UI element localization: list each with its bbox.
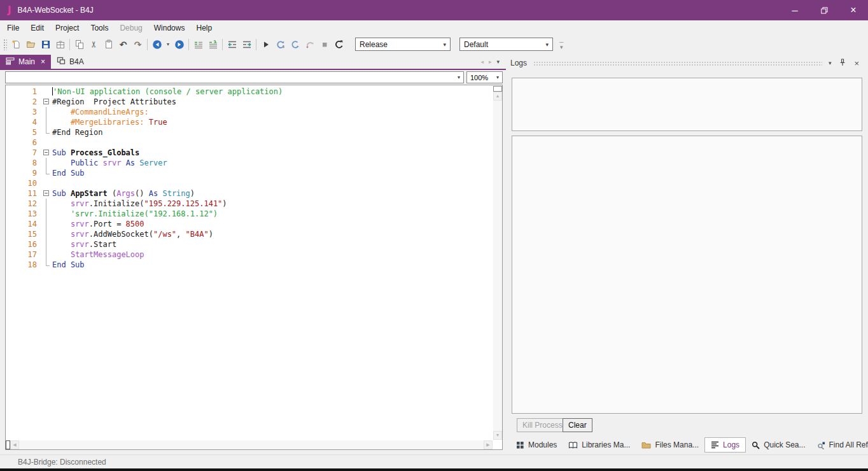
export-icon[interactable]: [53, 37, 67, 52]
kill-process-button[interactable]: Kill Process: [517, 418, 568, 432]
line-number[interactable]: 12: [6, 199, 43, 209]
paste-icon[interactable]: [101, 37, 116, 52]
open-project-icon[interactable]: [24, 37, 38, 52]
code-area[interactable]: 1'Non-UI application (console / server a…: [6, 87, 493, 440]
tool-tab-modules[interactable]: Modules: [510, 438, 563, 452]
vertical-scrollbar[interactable]: ▲ ▼: [493, 86, 502, 440]
tool-tab-logs[interactable]: Logs: [704, 437, 746, 453]
tool-tab-files-mana[interactable]: Files Mana...: [636, 438, 704, 452]
navigate-back-icon[interactable]: [150, 37, 164, 52]
indent-icon[interactable]: [239, 37, 254, 52]
toolbar-grip[interactable]: [3, 39, 7, 50]
outdent-icon[interactable]: [225, 37, 239, 52]
line-number[interactable]: 4: [6, 117, 43, 127]
save-icon[interactable]: [38, 37, 53, 52]
restart-icon[interactable]: [332, 37, 346, 52]
undo-icon[interactable]: ↶: [116, 37, 130, 52]
menu-tools[interactable]: Tools: [85, 21, 114, 35]
tool-tab-find-all-refere[interactable]: Find All Refere...: [811, 438, 868, 452]
menu-help[interactable]: Help: [190, 21, 218, 35]
panel-menu-chevron-down-icon[interactable]: ▾: [829, 60, 832, 66]
code-line[interactable]: 3 #CommandLineArgs:: [6, 107, 493, 117]
line-number[interactable]: 7: [6, 148, 43, 158]
code-line[interactable]: 16 srvr.Start: [6, 239, 493, 250]
line-number[interactable]: 3: [6, 107, 43, 117]
stop-icon[interactable]: [317, 37, 332, 52]
module-selector[interactable]: ▾: [5, 71, 464, 83]
line-number[interactable]: 14: [6, 219, 43, 229]
uncomment-icon[interactable]: [206, 37, 220, 52]
code-line[interactable]: 5#End Region: [6, 127, 493, 137]
horizontal-scrollbar[interactable]: ◀ ▶: [6, 440, 493, 449]
line-number[interactable]: 10: [6, 178, 43, 188]
line-number[interactable]: 17: [6, 250, 43, 260]
cut-icon[interactable]: ✂: [87, 37, 101, 52]
tab-list-chevron-down-icon[interactable]: ▾: [496, 59, 500, 65]
code-line[interactable]: 17 StartMessageLoop: [6, 250, 493, 260]
line-number[interactable]: 13: [6, 209, 43, 219]
code-line[interactable]: 18End Sub: [6, 260, 493, 270]
editor-zoom-select[interactable]: 100% ▾: [466, 71, 503, 83]
menu-windows[interactable]: Windows: [148, 21, 191, 35]
fold-marker[interactable]: −: [43, 97, 52, 107]
line-number[interactable]: 15: [6, 229, 43, 239]
code-line[interactable]: 4 #MergeLibraries: True: [6, 117, 493, 127]
line-number[interactable]: 2: [6, 97, 43, 107]
collapse-icon[interactable]: −: [43, 150, 49, 155]
tool-tab-quick-sea[interactable]: Quick Sea...: [746, 438, 811, 452]
code-line[interactable]: 6: [6, 137, 493, 148]
fold-marker[interactable]: −: [43, 188, 52, 199]
run-icon[interactable]: [258, 37, 273, 52]
menu-edit[interactable]: Edit: [25, 21, 50, 35]
collapse-icon[interactable]: −: [43, 99, 49, 104]
step-into-icon[interactable]: [288, 37, 302, 52]
h-split-handle[interactable]: [6, 440, 10, 449]
code-line[interactable]: 2−#Region Project Attributes: [6, 97, 493, 107]
restore-button[interactable]: [809, 0, 839, 20]
resume-icon[interactable]: [273, 37, 288, 52]
scroll-up-button[interactable]: ▲: [493, 92, 502, 101]
menu-project[interactable]: Project: [50, 21, 85, 35]
navigate-forward-icon[interactable]: [172, 37, 186, 52]
pin-icon[interactable]: [839, 59, 846, 68]
split-handle[interactable]: [493, 86, 502, 92]
line-number[interactable]: 8: [6, 158, 43, 168]
comment-icon[interactable]: [191, 37, 206, 52]
close-button[interactable]: ×: [839, 0, 868, 20]
code-line[interactable]: 10: [6, 178, 493, 188]
code-editor[interactable]: 1'Non-UI application (console / server a…: [5, 85, 503, 450]
close-panel-icon[interactable]: ×: [854, 59, 859, 68]
configuration-select[interactable]: Default ▾: [459, 38, 553, 51]
code-line[interactable]: 7−Sub Process_Globals: [6, 148, 493, 158]
copy-icon[interactable]: [72, 37, 87, 52]
code-line[interactable]: 11−Sub AppStart (Args() As String): [6, 188, 493, 199]
redo-icon[interactable]: ↷: [130, 37, 145, 52]
scroll-right-button[interactable]: ▶: [484, 440, 493, 449]
line-number[interactable]: 9: [6, 168, 43, 178]
line-number[interactable]: 16: [6, 239, 43, 250]
line-number[interactable]: 18: [6, 260, 43, 270]
code-line[interactable]: 8 Public srvr As Server: [6, 158, 493, 168]
navigate-back-dropdown-icon[interactable]: ▾: [164, 37, 172, 52]
code-line[interactable]: 9End Sub: [6, 168, 493, 178]
clear-logs-button[interactable]: Clear: [563, 418, 592, 432]
tab-scroll-right-icon[interactable]: ▸: [489, 59, 492, 65]
code-line[interactable]: 13 'srvr.Initialize("192.168.1.12"): [6, 209, 493, 219]
menu-file[interactable]: File: [1, 21, 25, 35]
code-line[interactable]: 14 srvr.Port = 8500: [6, 219, 493, 229]
line-number[interactable]: 1: [6, 87, 43, 97]
scroll-left-button[interactable]: ◀: [10, 440, 19, 449]
tab-scroll-left-icon[interactable]: ◂: [480, 59, 484, 65]
editor-tab-main[interactable]: Main×: [0, 55, 51, 69]
fold-marker[interactable]: −: [43, 148, 52, 158]
toolbar-overflow-icon[interactable]: ─▾: [559, 39, 563, 50]
line-number[interactable]: 11: [6, 188, 43, 199]
editor-tab-b4a[interactable]: B4A: [51, 55, 90, 69]
line-number[interactable]: 6: [6, 137, 43, 148]
line-number[interactable]: 5: [6, 127, 43, 137]
scroll-down-button[interactable]: ▼: [493, 431, 502, 440]
build-configuration-select[interactable]: Release ▾: [355, 38, 451, 51]
log-filter-box[interactable]: [512, 78, 862, 131]
new-file-icon[interactable]: [9, 37, 24, 52]
step-over-icon[interactable]: [302, 37, 317, 52]
